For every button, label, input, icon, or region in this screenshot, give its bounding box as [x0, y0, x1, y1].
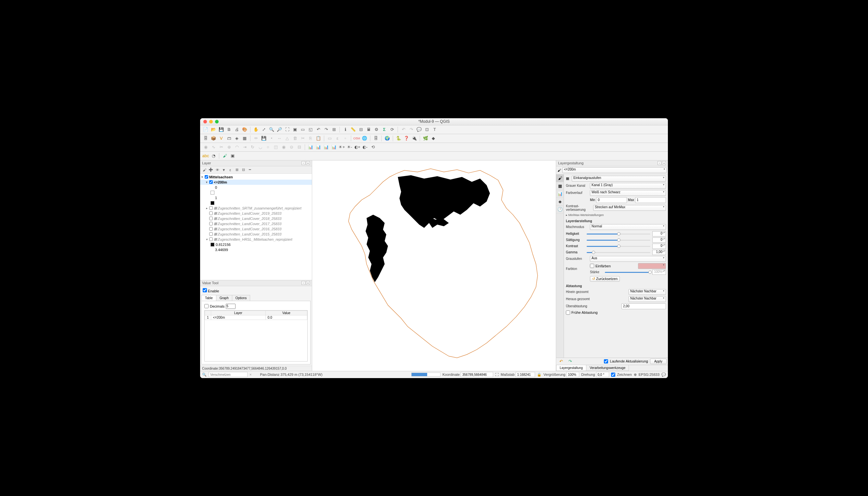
- undo-button[interactable]: ↶: [400, 126, 407, 133]
- vt-decimals-input[interactable]: [226, 304, 235, 309]
- layer-add-group-button[interactable]: ➕: [208, 167, 214, 173]
- vt-close-button[interactable]: ×: [306, 281, 310, 285]
- map-canvas[interactable]: [312, 160, 556, 371]
- layers-undock-button[interactable]: ▫: [301, 161, 305, 165]
- gamma-value[interactable]: 1,00: [652, 250, 666, 255]
- layer-check-5[interactable]: [209, 232, 213, 236]
- raster-full-button[interactable]: 📊: [330, 143, 338, 151]
- saturation-value[interactable]: 0: [652, 237, 666, 243]
- help-button[interactable]: ❓: [403, 135, 410, 142]
- raster-stretch-button[interactable]: 📊: [315, 143, 322, 151]
- layer-style-button[interactable]: 🖌: [201, 167, 207, 173]
- extents-icon[interactable]: ⛶: [495, 373, 499, 376]
- bottom-tab-styling[interactable]: Layergestaltung: [556, 365, 586, 371]
- raster-local-button[interactable]: 📊: [323, 143, 330, 151]
- contrast-minus-button[interactable]: ◐-: [361, 143, 369, 151]
- saga-button[interactable]: ◆: [430, 135, 437, 142]
- layer-check-active[interactable]: [209, 180, 213, 184]
- layer-check-3[interactable]: [209, 222, 213, 226]
- brightness-value[interactable]: 0: [652, 231, 666, 236]
- pan-to-selection-button[interactable]: ⤢: [260, 126, 267, 133]
- toolbox-button[interactable]: ⚙: [373, 126, 380, 133]
- offset-button[interactable]: ⇥: [241, 143, 248, 151]
- clear-icon[interactable]: ×: [249, 373, 251, 376]
- vt-tab-table[interactable]: Table: [201, 295, 216, 301]
- style-tab-symbology[interactable]: 🖌: [556, 174, 564, 182]
- layers-close-button[interactable]: ×: [306, 161, 310, 165]
- new-map-view-button[interactable]: ⊞: [330, 126, 338, 133]
- delete-selected-button[interactable]: 🗑: [291, 135, 298, 142]
- fill-ring-button[interactable]: ◉: [280, 143, 287, 151]
- contrast-select[interactable]: Strecken auf MinMax: [593, 205, 666, 211]
- crs-label[interactable]: EPSG:25833: [639, 373, 660, 376]
- early-resample-check[interactable]: [566, 311, 570, 315]
- layers-tree[interactable]: ▾Mittelsachsen ▾<=200m 0 1 ▸▦Zugeschnitt…: [200, 174, 312, 280]
- save-edits-button[interactable]: 💾: [260, 135, 267, 142]
- save-project-button[interactable]: 💾: [218, 126, 225, 133]
- strength-slider[interactable]: [605, 270, 650, 275]
- zoom-next-button[interactable]: ↷: [323, 126, 330, 133]
- brightness-slider[interactable]: [587, 232, 650, 236]
- paste-button[interactable]: 📋: [315, 135, 322, 142]
- gray-band-select[interactable]: Kanal 1 (Gray): [590, 183, 666, 189]
- layer-check-6[interactable]: [209, 237, 213, 241]
- messages-icon[interactable]: 💬: [662, 373, 666, 377]
- node-tool-button[interactable]: △: [283, 135, 291, 142]
- style-undo-button[interactable]: ↶: [557, 358, 564, 365]
- plugin-button[interactable]: 🔌: [410, 135, 418, 142]
- delete-part-button[interactable]: ⊟: [296, 143, 303, 151]
- window-maximize-button[interactable]: [215, 120, 219, 123]
- crs-icon[interactable]: ⊕: [634, 373, 637, 377]
- deselect-button[interactable]: ▫: [342, 135, 349, 142]
- ring-button[interactable]: ○: [264, 143, 272, 151]
- layer-collapse-button[interactable]: ⊟: [241, 167, 246, 173]
- style-manager-button[interactable]: 🎨: [241, 126, 248, 133]
- wms-button[interactable]: 🌐: [361, 135, 368, 142]
- gamma-slider[interactable]: [587, 250, 650, 255]
- metasearch-button[interactable]: 🌍: [384, 135, 391, 142]
- window-minimize-button[interactable]: [209, 120, 213, 123]
- scale-input[interactable]: [515, 372, 535, 377]
- coord-input[interactable]: [461, 372, 493, 377]
- vt-undock-button[interactable]: ▫: [301, 281, 305, 285]
- new-geopackage-button[interactable]: 📦: [210, 135, 217, 142]
- vt-tab-graph[interactable]: Graph: [216, 295, 232, 301]
- zoom-in-select[interactable]: Nächster Nachbar: [629, 289, 666, 295]
- gradient-select[interactable]: Weiß nach Schwarz: [590, 190, 666, 196]
- styling-undock-button[interactable]: ▫: [657, 161, 662, 165]
- save-as-button[interactable]: 🗎: [226, 126, 233, 133]
- layer-styling-button[interactable]: 🖌: [221, 152, 228, 159]
- style-tab-history[interactable]: 🕐: [556, 206, 564, 213]
- select-features-button[interactable]: ▭: [326, 135, 333, 142]
- locator-input[interactable]: [208, 372, 248, 377]
- rot-input[interactable]: [596, 372, 609, 377]
- style-tab-transparency[interactable]: ▦: [556, 182, 564, 190]
- mag-input[interactable]: [566, 372, 579, 377]
- darker-button[interactable]: ☀-: [346, 143, 353, 151]
- pan-button[interactable]: ✋: [252, 126, 260, 133]
- measure-button[interactable]: 📏: [350, 126, 357, 133]
- raster-histogram-button[interactable]: 📊: [307, 143, 314, 151]
- open-project-button[interactable]: 📂: [210, 126, 217, 133]
- styling-layer-select[interactable]: <=200m: [562, 167, 667, 173]
- grass-button[interactable]: 🌿: [422, 135, 429, 142]
- zoom-native-button[interactable]: ◱: [307, 126, 314, 133]
- zoom-layer-button[interactable]: ▭: [299, 126, 306, 133]
- label-button[interactable]: abc: [202, 152, 209, 159]
- new-spatialite-button[interactable]: 🗃: [226, 135, 233, 142]
- edit-toggle-button[interactable]: ✏: [252, 135, 260, 142]
- layer-check-4[interactable]: [209, 227, 213, 231]
- window-close-button[interactable]: [203, 120, 207, 123]
- layer-check-2[interactable]: [209, 217, 213, 220]
- layer-visibility-button[interactable]: 👁: [214, 167, 220, 173]
- zoom-full-button[interactable]: ⛶: [283, 126, 291, 133]
- layer-check-root[interactable]: [205, 175, 208, 179]
- strength-value[interactable]: 100%: [652, 269, 666, 275]
- contrast2-value[interactable]: 0: [652, 244, 666, 249]
- select-expression-button[interactable]: ε: [334, 135, 341, 142]
- move-feature-button[interactable]: ↔: [276, 135, 283, 142]
- python-console-button[interactable]: 🐍: [395, 135, 402, 142]
- cut-button[interactable]: ✂: [299, 135, 306, 142]
- reshape-button[interactable]: ◠: [233, 143, 241, 151]
- redo-button[interactable]: ↷: [408, 126, 415, 133]
